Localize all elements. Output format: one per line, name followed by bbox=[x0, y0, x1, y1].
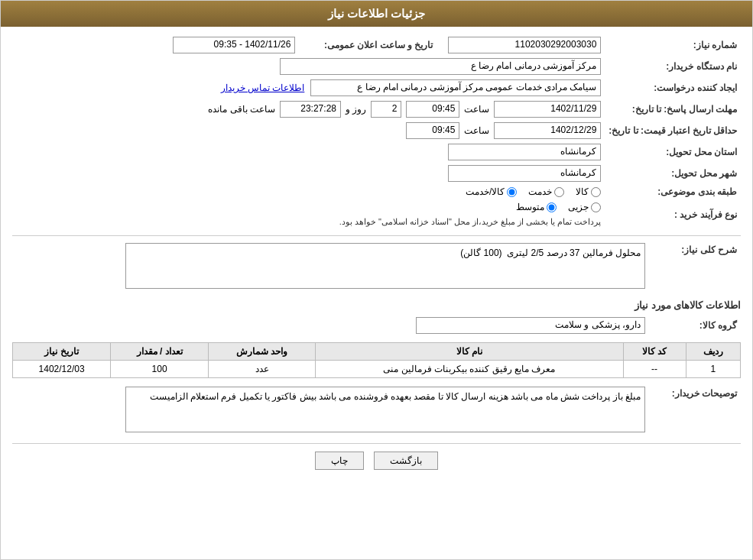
col-unit: واحد شمارش bbox=[209, 343, 316, 361]
goods-group-label: گروه کالا: bbox=[649, 315, 741, 336]
cell-name: معرف مایع رقیق کننده بیکربنات فرمالین من… bbox=[316, 361, 623, 378]
price-validity-date: 1402/12/29 bbox=[494, 122, 601, 139]
col-name: نام کالا bbox=[316, 343, 623, 361]
table-row: 1--معرف مایع رقیق کننده بیکربنات فرمالین… bbox=[13, 361, 741, 378]
response-deadline-label: مهلت ارسال پاسخ: تا تاریخ: bbox=[605, 99, 741, 120]
info-table: شماره نیاز: 1102030292003030 تاریخ و ساع… bbox=[12, 34, 741, 229]
category-khedmat-label: خدمت bbox=[528, 186, 552, 197]
process-note: پرداخت تمام یا بخشی از مبلغ خرید،از محل … bbox=[339, 217, 602, 226]
col-qty: تعداد / مقدار bbox=[111, 343, 209, 361]
category-label: طبقه بندی موضوعی: bbox=[605, 184, 741, 199]
category-kala-khedmat-item: کالا/خدمت bbox=[466, 186, 517, 197]
category-kala-label: کالا bbox=[576, 186, 589, 197]
cell-code: -- bbox=[623, 361, 686, 378]
process-motavaset-label: متوسط bbox=[516, 202, 544, 212]
back-button[interactable]: بازگشت bbox=[374, 452, 438, 470]
response-time: 09:45 bbox=[406, 101, 459, 118]
delivery-city-value: کرمانشاه bbox=[448, 165, 601, 182]
category-radio-group: کالا خدمت کالا/خدمت bbox=[16, 186, 601, 197]
buyer-org-value: مرکز آموزشی درمانی امام رضا ع bbox=[280, 58, 601, 75]
contact-link[interactable]: اطلاعات تماس خریدار bbox=[221, 83, 305, 93]
category-khedmat-radio[interactable] bbox=[554, 187, 564, 197]
process-radio-group: جزیی متوسط bbox=[516, 202, 601, 212]
response-date: 1402/11/29 bbox=[494, 101, 601, 118]
main-content: شماره نیاز: 1102030292003030 تاریخ و ساع… bbox=[1, 27, 752, 485]
cell-date: 1402/12/03 bbox=[13, 361, 111, 378]
need-number-label: شماره نیاز: bbox=[605, 34, 741, 56]
buyer-notes-table: توصیحات خریدار: bbox=[12, 384, 741, 437]
goods-group-table: گروه کالا: دارو، پزشکی و سلامت bbox=[12, 315, 741, 336]
price-validity-time: 09:45 bbox=[406, 122, 459, 139]
price-validity-label: حداقل تاریخ اعتبار قیمت: تا تاریخ: bbox=[605, 120, 741, 141]
category-khedmat-item: خدمت bbox=[528, 186, 564, 197]
delivery-province-label: استان محل تحویل: bbox=[605, 141, 741, 163]
creator-value: سیامک مرادی خدمات عمومی مرکز آموزشی درما… bbox=[310, 79, 601, 96]
print-button[interactable]: چاپ bbox=[315, 452, 364, 470]
page-title: جزئیات اطلاعات نیاز bbox=[328, 7, 425, 20]
cell-row: 1 bbox=[686, 361, 740, 378]
category-kala-khedmat-label: کالا/خدمت bbox=[466, 186, 505, 197]
divider-2 bbox=[12, 443, 741, 444]
buyer-org-label: نام دستگاه خریدار: bbox=[605, 56, 741, 77]
process-jozi-label: جزیی bbox=[568, 202, 589, 212]
response-days: 2 bbox=[371, 101, 401, 118]
need-desc-value bbox=[125, 243, 645, 289]
col-row: ردیف bbox=[686, 343, 740, 361]
col-date: تاریخ نیاز bbox=[13, 343, 111, 361]
remaining-suffix: ساعت باقی مانده bbox=[208, 104, 275, 115]
category-kala-khedmat-radio[interactable] bbox=[507, 187, 517, 197]
page-header: جزئیات اطلاعات نیاز bbox=[1, 1, 752, 27]
col-code: کد کالا bbox=[623, 343, 686, 361]
response-seconds: 23:27:28 bbox=[280, 101, 341, 118]
days-label: روز و bbox=[346, 104, 366, 115]
cell-quantity: 100 bbox=[111, 361, 209, 378]
category-kala-radio[interactable] bbox=[591, 187, 601, 197]
goods-table: ردیف کد کالا نام کالا واحد شمارش تعداد /… bbox=[12, 342, 741, 378]
process-motavaset-item: متوسط bbox=[516, 202, 557, 212]
need-number-value: 1102030292003030 bbox=[448, 37, 601, 53]
goods-group-value: دارو، پزشکی و سلامت bbox=[416, 317, 645, 334]
buttons-row: بازگشت چاپ bbox=[12, 452, 741, 470]
category-kala-item: کالا bbox=[576, 186, 601, 197]
delivery-province-value: کرمانشاه bbox=[448, 144, 601, 160]
goods-section-title: اطلاعات کالاهای مورد نیاز bbox=[12, 299, 741, 311]
buyer-notes-label: توصیحات خریدار: bbox=[649, 384, 741, 437]
buyer-notes-value bbox=[125, 387, 645, 432]
process-jozi-radio[interactable] bbox=[591, 202, 601, 212]
need-desc-table: شرح کلی نیاز: bbox=[12, 241, 741, 293]
price-time-label: ساعت bbox=[464, 125, 489, 136]
cell-unit: عدد bbox=[209, 361, 316, 378]
need-desc-label: شرح کلی نیاز: bbox=[649, 241, 741, 293]
process-jozi-item: جزیی bbox=[568, 202, 601, 212]
process-motavaset-radio[interactable] bbox=[547, 202, 557, 212]
delivery-city-label: شهر محل تحویل: bbox=[605, 163, 741, 184]
announce-datetime-value: 1402/11/26 - 09:35 bbox=[173, 37, 295, 53]
process-type-label: نوع فرآیند خرید : bbox=[605, 199, 741, 229]
time-label: ساعت bbox=[464, 104, 489, 115]
announce-datetime-label: تاریخ و ساعت اعلان عمومی: bbox=[299, 34, 437, 56]
divider-1 bbox=[12, 235, 741, 236]
creator-label: ایجاد کننده درخواست: bbox=[605, 77, 741, 99]
